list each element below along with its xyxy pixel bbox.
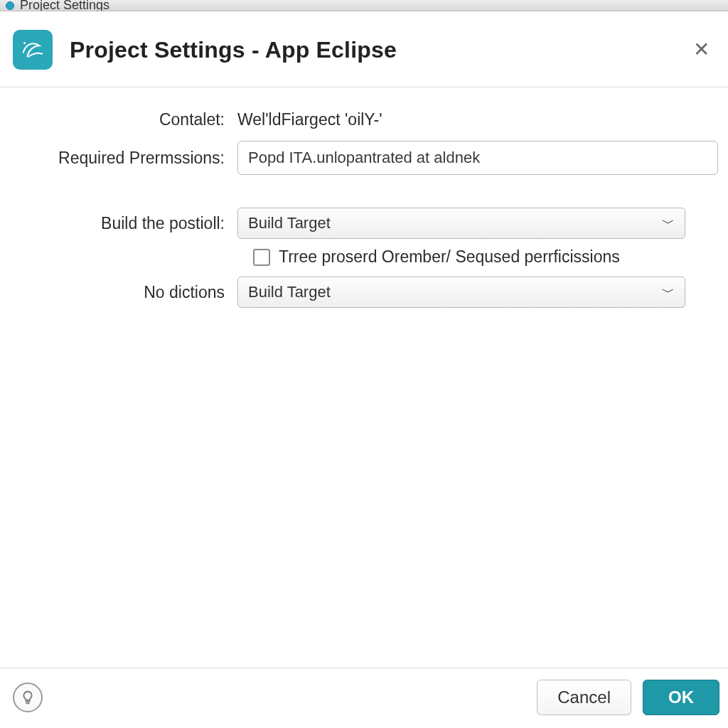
build-target-select-value: Build Target (248, 214, 331, 232)
contact-label: Contalet: (10, 110, 237, 129)
chevron-down-icon: ﹀ (662, 284, 675, 301)
build-label: Build the postioll: (10, 214, 237, 233)
chevron-down-icon: ﹀ (662, 215, 675, 232)
window-titlebar: Project Settings (0, 0, 728, 11)
help-button[interactable] (13, 682, 43, 712)
close-icon: ✕ (693, 40, 710, 60)
build-target-select[interactable]: Build Target ﹀ (237, 208, 685, 239)
row-contact: Contalet: Wel'ldFiargect 'oilY-' (10, 107, 718, 132)
nodict-label: No dictions (10, 283, 237, 302)
nodict-select-value: Build Target (248, 283, 331, 301)
permissions-label: Required Prermssions: (10, 149, 237, 168)
permissions-input[interactable] (237, 141, 718, 175)
dialog-header: Project Settings - App Eclipse ✕ (0, 11, 728, 87)
ok-button[interactable]: OK (643, 680, 719, 715)
row-no-dictions: No dictions Build Target ﹀ (10, 277, 718, 308)
tree-proserd-checkbox[interactable] (253, 249, 270, 266)
contact-value: Wel'ldFiargect 'oilY-' (237, 107, 382, 132)
app-logo-icon (13, 30, 53, 70)
form-area: Contalet: Wel'ldFiargect 'oilY-' Require… (0, 87, 728, 308)
row-checkbox: Trree proserd Orember/ Seqused perrficis… (10, 247, 718, 267)
close-button[interactable]: ✕ (687, 36, 715, 64)
checkbox-label: Trree proserd Orember/ Seqused perrficis… (279, 247, 620, 267)
row-build-target: Build the postioll: Build Target ﹀ (10, 208, 718, 239)
dialog-title: Project Settings - App Eclipse (70, 37, 397, 63)
window-title: Project Settings (20, 0, 109, 11)
dialog-footer: Cancel OK (0, 668, 728, 728)
svg-point-0 (23, 42, 26, 44)
row-permissions: Required Prermssions: (10, 141, 718, 175)
nodict-select[interactable]: Build Target ﹀ (237, 277, 685, 308)
titlebar-indicator-icon (6, 1, 14, 10)
lightbulb-icon (20, 690, 36, 705)
cancel-button[interactable]: Cancel (537, 680, 631, 715)
